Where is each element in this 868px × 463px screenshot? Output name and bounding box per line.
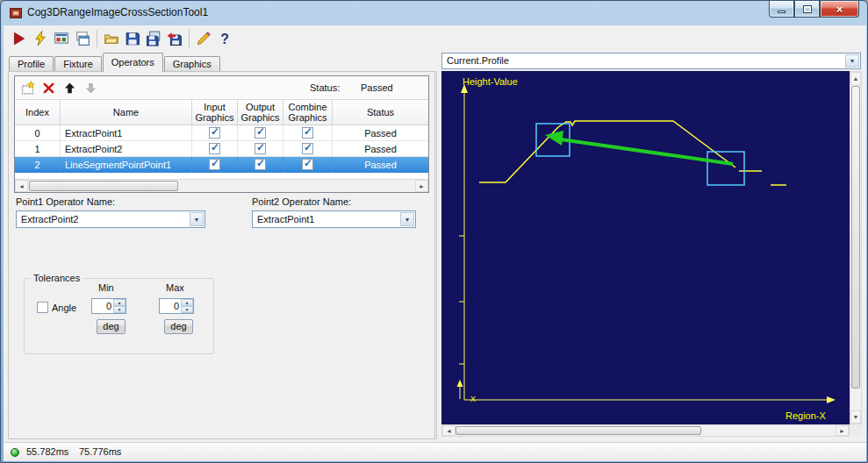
display-source-select[interactable]: Current.Profile ▼ <box>441 53 861 69</box>
max-unit-button[interactable]: deg <box>164 319 193 334</box>
combine-graphics-checkbox[interactable] <box>302 159 313 170</box>
status-label: Status: <box>310 82 340 93</box>
spin-up-icon[interactable]: ▲ <box>181 299 193 306</box>
open-icon <box>104 31 119 46</box>
input-graphics-checkbox[interactable] <box>209 143 220 154</box>
col-header-output-graphics: Output Graphics <box>238 100 283 125</box>
table-row-selected[interactable]: 2 LineSegmentPointPoint1 Passed <box>15 157 428 173</box>
client-area: ? Profile Fixture Operators Graphics <box>4 25 866 461</box>
display-pane: Current.Profile ▼ <box>440 52 864 438</box>
delete-operator-button[interactable] <box>39 79 57 96</box>
tolerances-title: Tolerances <box>31 273 82 283</box>
input-graphics-checkbox[interactable] <box>209 127 220 139</box>
scrollbar-thumb[interactable] <box>851 86 860 388</box>
output-graphics-checkbox[interactable] <box>255 159 266 170</box>
minimize-icon <box>778 11 786 13</box>
tab-fixture[interactable]: Fixture <box>54 56 102 71</box>
angle-max-input[interactable]: 0 ▲ ▼ <box>159 298 194 314</box>
move-up-button[interactable] <box>61 79 78 96</box>
table-row[interactable]: 0 ExtractPoint1 Passed <box>15 125 428 141</box>
operator-list-panel: Status: Passed Index Name Input Graphics… <box>14 75 429 193</box>
x-axis-label: Region-X <box>786 410 827 421</box>
tab-operators[interactable]: Operators <box>103 53 163 72</box>
tab-graphics[interactable]: Graphics <box>164 56 220 71</box>
wizard-icon <box>196 31 212 46</box>
add-operator-button[interactable] <box>18 79 36 96</box>
run-icon <box>11 31 27 46</box>
profile-plot-area[interactable]: Height-Value Region-X X <box>441 71 850 424</box>
operator-list-toolbar: Status: Passed <box>15 76 428 99</box>
output-graphics-checkbox[interactable] <box>255 143 266 154</box>
combine-graphics-checkbox[interactable] <box>302 143 313 154</box>
open-button[interactable] <box>101 28 122 49</box>
save-all-icon <box>146 31 161 46</box>
operators-tab-page: Status: Passed Index Name Input Graphics… <box>8 71 435 439</box>
scroll-left-icon[interactable]: ◄ <box>15 180 28 192</box>
tab-strip: Profile Fixture Operators Graphics <box>9 53 221 73</box>
minimize-button[interactable] <box>769 1 794 18</box>
add-operator-icon <box>20 81 35 96</box>
move-down-button[interactable] <box>82 79 99 96</box>
save-all-button[interactable] <box>143 28 164 49</box>
angle-checkbox[interactable] <box>37 302 48 313</box>
run-live-icon <box>32 31 48 46</box>
combine-graphics-checkbox[interactable] <box>302 127 313 139</box>
close-button[interactable]: × <box>820 1 859 18</box>
run-button[interactable] <box>9 28 30 49</box>
spin-up-icon[interactable]: ▲ <box>113 299 126 306</box>
min-unit-button[interactable]: deg <box>97 319 126 334</box>
spin-down-icon[interactable]: ▼ <box>113 306 126 313</box>
help-icon: ? <box>217 31 233 46</box>
point2-operator-select[interactable]: ExtractPoint1 ▼ <box>252 210 416 228</box>
new-window-button[interactable] <box>72 28 93 49</box>
titlebar[interactable]: Cog3DRangeImageCrossSectionTool1 × <box>1 1 867 25</box>
plot-background <box>441 71 850 424</box>
display-button[interactable] <box>51 28 72 49</box>
plot-vertical-scrollbar[interactable]: ▲ ▼ <box>850 71 862 424</box>
origin-label: X <box>470 395 476 403</box>
window-title: Cog3DRangeImageCrossSectionTool1 <box>27 1 208 25</box>
run-live-button[interactable] <box>30 28 51 49</box>
app-icon[interactable] <box>9 6 23 20</box>
total-time: 75.776ms <box>79 446 121 457</box>
table-horizontal-scrollbar[interactable]: ◄ ► <box>15 179 428 192</box>
wizard-button[interactable] <box>193 28 214 49</box>
chevron-down-icon[interactable]: ▼ <box>190 212 204 226</box>
save-icon <box>125 31 140 46</box>
y-axis-label: Height-Value <box>463 76 518 87</box>
help-button[interactable]: ? <box>214 28 235 49</box>
tab-profile[interactable]: Profile <box>9 56 54 71</box>
save-button[interactable] <box>122 28 143 49</box>
scrollbar-thumb[interactable] <box>29 181 178 191</box>
angle-label: Angle <box>52 303 76 313</box>
output-graphics-checkbox[interactable] <box>255 127 266 139</box>
scrollbar-corner <box>850 424 862 437</box>
move-down-icon <box>84 82 97 95</box>
maximize-icon <box>803 5 812 13</box>
scrollbar-thumb[interactable] <box>456 426 701 435</box>
col-header-status: Status <box>333 100 428 125</box>
scroll-up-icon[interactable]: ▲ <box>850 72 861 85</box>
min-label: Min <box>98 282 114 293</box>
table-row[interactable]: 1 ExtractPoint2 Passed <box>15 141 428 157</box>
scroll-right-icon[interactable]: ► <box>836 425 849 436</box>
spin-down-icon[interactable]: ▼ <box>181 306 193 313</box>
scroll-down-icon[interactable]: ▼ <box>850 410 861 424</box>
col-header-input-graphics: Input Graphics <box>192 100 238 125</box>
chevron-down-icon[interactable]: ▼ <box>845 54 859 68</box>
scroll-right-icon[interactable]: ► <box>415 180 428 192</box>
scroll-left-icon[interactable]: ◄ <box>442 425 456 436</box>
toolbar-separator <box>189 30 190 47</box>
point1-operator-select[interactable]: ExtractPoint2 ▼ <box>16 210 205 228</box>
pane-splitter[interactable] <box>436 71 437 439</box>
plot-horizontal-scrollbar[interactable]: ◄ ► <box>441 424 850 437</box>
import-button[interactable] <box>164 28 185 49</box>
angle-min-input[interactable]: 0 ▲ ▼ <box>91 298 126 314</box>
point2-operator-label: Point2 Operator Name: <box>252 196 351 207</box>
maximize-button[interactable] <box>794 1 820 18</box>
delete-icon <box>42 82 55 95</box>
status-bar: 55.782ms 75.776ms <box>4 442 866 461</box>
chevron-down-icon[interactable]: ▼ <box>400 212 414 226</box>
window-controls: × <box>769 1 859 18</box>
input-graphics-checkbox[interactable] <box>209 159 220 170</box>
